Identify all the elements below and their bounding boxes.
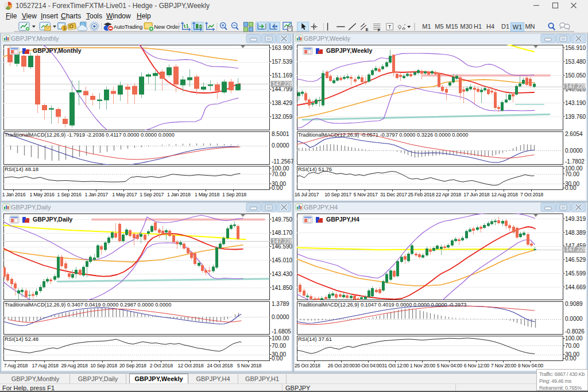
svg-text:8.5001: 8.5001 bbox=[272, 131, 289, 137]
svg-text:2.6054: 2.6054 bbox=[565, 131, 583, 137]
svg-text:147.228: 147.228 bbox=[566, 246, 587, 253]
svg-text:1 May 2016: 1 May 2016 bbox=[30, 192, 55, 197]
svg-text:-1.7802: -1.7802 bbox=[565, 158, 585, 165]
svg-text:1 Sep 2018: 1 Sep 2018 bbox=[222, 192, 246, 197]
svg-text:12 Oct 2018: 12 Oct 2018 bbox=[178, 363, 204, 368]
svg-text:1 Jan 2016: 1 Jan 2016 bbox=[2, 192, 26, 197]
svg-text:17 Jun 2018: 17 Jun 2018 bbox=[463, 192, 490, 197]
svg-text:0.00: 0.00 bbox=[565, 355, 577, 362]
svg-text:-1.6805: -1.6805 bbox=[272, 328, 291, 335]
svg-text:70.00: 70.00 bbox=[565, 171, 579, 177]
svg-text:70.00: 70.00 bbox=[272, 343, 286, 349]
svg-text:149.319: 149.319 bbox=[565, 216, 586, 222]
svg-text:9 Nov 04:00: 9 Nov 04:00 bbox=[518, 363, 544, 368]
svg-text:150.050: 150.050 bbox=[565, 72, 586, 79]
svg-text:2 Oct 2018: 2 Oct 2018 bbox=[150, 363, 173, 368]
svg-text:5 Nov 2017: 5 Nov 2017 bbox=[354, 192, 378, 197]
svg-text:147.228: 147.228 bbox=[566, 83, 587, 90]
svg-text:0.00: 0.00 bbox=[272, 355, 283, 362]
svg-text:151.169: 151.169 bbox=[272, 72, 293, 79]
svg-text:100.00: 100.00 bbox=[565, 335, 583, 341]
svg-text:143.190: 143.190 bbox=[565, 100, 586, 106]
svg-text:7 Aug 2018: 7 Aug 2018 bbox=[4, 363, 28, 368]
svg-text:6 Nov 12:00: 6 Nov 12:00 bbox=[464, 363, 490, 368]
svg-text:22 Apr 2018: 22 Apr 2018 bbox=[436, 192, 462, 197]
svg-text:TraditionalMACD(12,26,9) -1.79: TraditionalMACD(12,26,9) -1.7919 -2.2036… bbox=[5, 132, 175, 138]
svg-text:GBPJPY,H4: GBPJPY,H4 bbox=[304, 204, 338, 211]
svg-text:132.059: 132.059 bbox=[272, 114, 293, 120]
svg-text:TraditionalMACD(12,26,9) -0.05: TraditionalMACD(12,26,9) -0.0571 -0.3797… bbox=[298, 132, 468, 138]
svg-text:17 Aug 2018: 17 Aug 2018 bbox=[32, 363, 59, 368]
svg-text:0.00: 0.00 bbox=[272, 185, 283, 191]
svg-text:12 Aug 2018: 12 Aug 2018 bbox=[492, 192, 519, 197]
svg-text:145.599: 145.599 bbox=[565, 270, 586, 277]
svg-text:1 May 2017: 1 May 2017 bbox=[112, 192, 137, 197]
svg-text:0.0000: 0.0000 bbox=[272, 142, 289, 149]
svg-text:10 Sep 2017: 10 Sep 2017 bbox=[324, 192, 351, 197]
svg-text:1 Sep 2017: 1 Sep 2017 bbox=[140, 192, 164, 197]
svg-text:1.3789: 1.3789 bbox=[272, 301, 289, 307]
svg-text:139.760: 139.760 bbox=[565, 114, 586, 120]
svg-text:7 Nov 20:00: 7 Nov 20:00 bbox=[491, 363, 517, 368]
svg-text:10 Sep 2018: 10 Sep 2018 bbox=[90, 363, 117, 368]
svg-text:30 Oct 04:00: 30 Oct 04:00 bbox=[355, 363, 382, 368]
svg-text:RSI(14) 51.76: RSI(14) 51.76 bbox=[298, 166, 332, 172]
svg-text:1 Jan 2018: 1 Jan 2018 bbox=[167, 192, 191, 197]
svg-text:31 Oct 12:00: 31 Oct 12:00 bbox=[382, 363, 409, 368]
svg-text:0.9089: 0.9089 bbox=[565, 301, 583, 307]
svg-text:1 Sep 2016: 1 Sep 2016 bbox=[57, 192, 82, 197]
svg-text:7 Oct 2018: 7 Oct 2018 bbox=[520, 192, 543, 197]
svg-text:153.480: 153.480 bbox=[565, 59, 586, 65]
svg-text:24 Oct 2018: 24 Oct 2018 bbox=[207, 363, 233, 368]
svg-text:1 Nov 20:00: 1 Nov 20:00 bbox=[410, 363, 436, 368]
svg-text:156.910: 156.910 bbox=[565, 45, 586, 51]
svg-text:145.010: 145.010 bbox=[272, 257, 293, 263]
svg-text:100.00: 100.00 bbox=[272, 335, 289, 341]
svg-text:163.909: 163.909 bbox=[272, 45, 293, 51]
svg-text:GBPJPY,Monthly: GBPJPY,Monthly bbox=[33, 47, 82, 54]
svg-text:GBPJPY,Weekly: GBPJPY,Weekly bbox=[326, 47, 373, 54]
svg-text:148.170: 148.170 bbox=[272, 230, 293, 236]
svg-text:25 Feb 2018: 25 Feb 2018 bbox=[408, 192, 435, 197]
svg-text:0.0000: 0.0000 bbox=[565, 316, 583, 322]
svg-text:149.750: 149.750 bbox=[272, 216, 293, 223]
svg-text:70.00: 70.00 bbox=[565, 343, 579, 349]
svg-text:20 Sep 2018: 20 Sep 2018 bbox=[119, 363, 146, 368]
svg-text:TraditionalMACD(12,26,9) 0.104: TraditionalMACD(12,26,9) 0.1047 0.4019 0… bbox=[298, 302, 466, 308]
svg-text:144.669: 144.669 bbox=[565, 284, 586, 290]
svg-text:147.228: 147.228 bbox=[272, 81, 293, 87]
svg-text:GBPJPY,Daily: GBPJPY,Daily bbox=[33, 216, 73, 223]
svg-text:0.0000: 0.0000 bbox=[272, 314, 289, 320]
svg-text:146.529: 146.529 bbox=[565, 257, 586, 263]
svg-text:16 Jul 2017: 16 Jul 2017 bbox=[295, 192, 319, 197]
svg-text:31 Dec 2017: 31 Dec 2017 bbox=[380, 192, 407, 197]
svg-text:TraditionalMACD(12,26,9) 0.340: TraditionalMACD(12,26,9) 0.3407 0.0419 0… bbox=[5, 302, 171, 308]
svg-text:26 Oct 20:00: 26 Oct 20:00 bbox=[328, 363, 355, 368]
svg-text:70.00: 70.00 bbox=[272, 171, 286, 177]
svg-text:-11.2567: -11.2567 bbox=[272, 158, 294, 165]
svg-text:5 Nov 04:00: 5 Nov 04:00 bbox=[437, 363, 463, 368]
svg-text:25 Oct 2018: 25 Oct 2018 bbox=[295, 363, 320, 368]
svg-text:-0.8026: -0.8026 bbox=[565, 328, 585, 335]
svg-text:5 Nov 2018: 5 Nov 2018 bbox=[237, 363, 261, 368]
svg-text:GBPJPY,H4: GBPJPY,H4 bbox=[326, 216, 359, 223]
svg-text:141.850: 141.850 bbox=[272, 285, 293, 291]
svg-text:29 Aug 2018: 29 Aug 2018 bbox=[61, 363, 88, 368]
svg-text:148.389: 148.389 bbox=[565, 230, 586, 236]
svg-text:0.00: 0.00 bbox=[565, 185, 577, 191]
svg-text:138.429: 138.429 bbox=[272, 100, 293, 106]
svg-text:157.539: 157.539 bbox=[272, 59, 293, 65]
svg-text:RSI(14) 37.61: RSI(14) 37.61 bbox=[298, 336, 332, 342]
svg-text:143.430: 143.430 bbox=[272, 271, 293, 277]
svg-text:1 Jan 2017: 1 Jan 2017 bbox=[84, 192, 108, 197]
svg-text:1 May 2018: 1 May 2018 bbox=[195, 192, 219, 197]
svg-text:147.228: 147.228 bbox=[272, 238, 293, 244]
svg-text:RSI(14) 52.48: RSI(14) 52.48 bbox=[5, 336, 38, 342]
svg-text:GBPJPY,Weekly: GBPJPY,Weekly bbox=[304, 35, 350, 42]
svg-text:0.0000: 0.0000 bbox=[565, 148, 583, 154]
svg-text:GBPJPY,Daily: GBPJPY,Daily bbox=[11, 204, 51, 211]
svg-text:GBPJPY,Monthly: GBPJPY,Monthly bbox=[11, 35, 59, 42]
svg-text:RSI(14) 48.18: RSI(14) 48.18 bbox=[5, 166, 38, 172]
